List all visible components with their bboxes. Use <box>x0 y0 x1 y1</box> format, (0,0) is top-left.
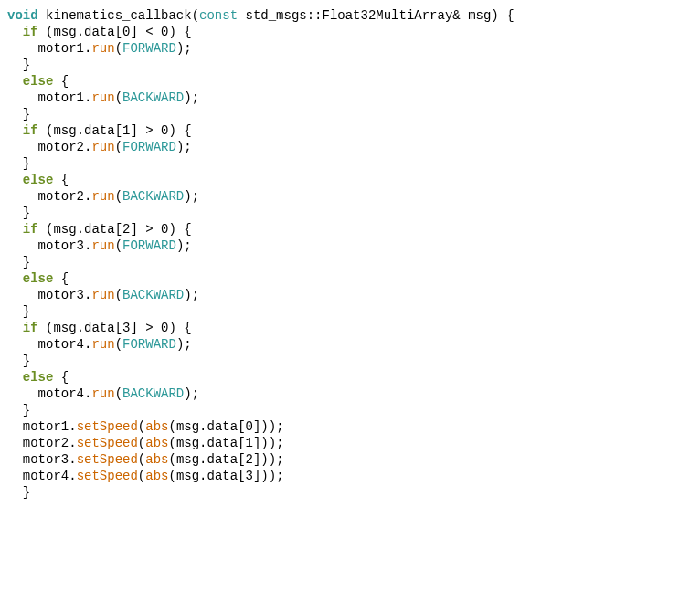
method-run: run <box>91 386 114 401</box>
code-line: else { <box>7 370 69 385</box>
code-line: motor1.run(BACKWARD); <box>7 90 199 105</box>
code-line: else { <box>7 271 69 286</box>
code-line: } <box>7 156 30 171</box>
const-forward: FORWARD <box>122 140 176 154</box>
code-line: } <box>7 354 30 368</box>
code-line: } <box>7 485 30 500</box>
const-forward: FORWARD <box>122 238 176 253</box>
fn-abs: abs <box>145 452 168 467</box>
code-line: motor4.run(BACKWARD); <box>7 386 199 401</box>
method-setspeed: setSpeed <box>77 469 138 483</box>
const-forward: FORWARD <box>122 41 176 56</box>
method-run: run <box>91 41 114 56</box>
code-line: else { <box>7 173 69 187</box>
function-name: kinematics_callback <box>46 8 192 23</box>
method-run: run <box>91 189 114 204</box>
keyword-else: else <box>23 173 54 187</box>
code-line: motor3.setSpeed(abs(msg.data[2])); <box>7 452 284 467</box>
code-line: if (msg.data[0] < 0) { <box>7 25 192 39</box>
keyword-if: if <box>23 25 38 39</box>
code-line: motor4.run(FORWARD); <box>7 337 192 352</box>
method-run: run <box>91 337 114 352</box>
code-line: if (msg.data[2] > 0) { <box>7 222 192 237</box>
method-setspeed: setSpeed <box>77 436 138 450</box>
code-line: } <box>7 403 30 417</box>
const-forward: FORWARD <box>122 337 176 352</box>
code-line: } <box>7 58 30 72</box>
code-line: motor2.run(FORWARD); <box>7 140 192 154</box>
method-run: run <box>91 238 114 253</box>
fn-abs: abs <box>145 436 168 450</box>
keyword-if: if <box>23 222 38 237</box>
code-line: motor3.run(FORWARD); <box>7 238 192 253</box>
code-line: motor2.run(BACKWARD); <box>7 189 199 204</box>
code-line: motor1.setSpeed(abs(msg.data[0])); <box>7 419 284 434</box>
code-line: motor4.setSpeed(abs(msg.data[3])); <box>7 469 284 483</box>
code-line: } <box>7 206 30 220</box>
fn-abs: abs <box>145 419 168 434</box>
param-name: msg <box>468 8 491 23</box>
code-editor: void kinematics_callback(const std_msgs:… <box>0 0 700 607</box>
const-backward: BACKWARD <box>122 189 184 204</box>
keyword-else: else <box>23 271 54 286</box>
code-line: } <box>7 304 30 319</box>
keyword-if: if <box>23 123 38 138</box>
method-run: run <box>91 90 114 105</box>
keyword-else: else <box>23 370 54 385</box>
code-line: motor2.setSpeed(abs(msg.data[1])); <box>7 436 284 450</box>
const-backward: BACKWARD <box>122 386 184 401</box>
code-line: else { <box>7 74 69 89</box>
keyword-else: else <box>23 74 54 89</box>
keyword-void: void <box>7 8 38 23</box>
fn-abs: abs <box>145 469 168 483</box>
method-run: run <box>91 140 114 154</box>
method-run: run <box>91 288 114 302</box>
code-line: void kinematics_callback(const std_msgs:… <box>7 8 514 23</box>
keyword-if: if <box>23 321 38 335</box>
method-setspeed: setSpeed <box>77 452 138 467</box>
keyword-const: const <box>199 8 238 23</box>
method-setspeed: setSpeed <box>77 419 138 434</box>
code-line: if (msg.data[3] > 0) { <box>7 321 192 335</box>
type-name: std_msgs::Float32MultiArray <box>245 8 452 23</box>
code-line: motor3.run(BACKWARD); <box>7 288 199 302</box>
code-line: } <box>7 107 30 122</box>
code-line: } <box>7 255 30 270</box>
const-backward: BACKWARD <box>122 288 184 302</box>
const-backward: BACKWARD <box>122 90 184 105</box>
code-line: if (msg.data[1] > 0) { <box>7 123 192 138</box>
code-line: motor1.run(FORWARD); <box>7 41 192 56</box>
